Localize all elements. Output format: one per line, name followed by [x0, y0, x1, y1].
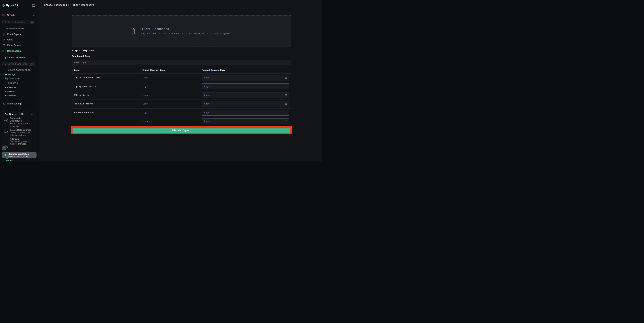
chevron-right-icon: [34, 154, 36, 156]
table-row: Log volume over timeLogsLogs: [72, 74, 291, 82]
row-name-cell: Log volume over time: [74, 74, 100, 82]
chevron-down-icon: [5, 83, 7, 84]
mapped-source-select[interactable]: Logs: [202, 110, 289, 116]
row-input-source-cell: Logs: [142, 108, 148, 117]
plus-icon: [4, 57, 6, 59]
hyperdx-logo-icon[interactable]: [2, 4, 5, 7]
mapped-source-value: Logs: [204, 111, 210, 114]
get-started-badge: 3/3: [20, 113, 24, 115]
sidebar-item-label: Alerts: [7, 38, 13, 41]
column-header-name: Name: [74, 69, 79, 72]
app-root: HyperDX Search Saved Se: [0, 0, 322, 162]
row-input-source-cell: Logs: [142, 74, 148, 82]
sidebar-item-team-settings[interactable]: Team Settings: [0, 101, 38, 106]
get-started-item-desc: Set up your database connection: [10, 122, 30, 127]
group-label: SAVED DASHBOARDS: [8, 69, 30, 71]
gear-icon: [2, 102, 5, 105]
selector-icon: [285, 85, 287, 88]
sidebar-item-label: Chart Explorer: [7, 33, 22, 36]
row-input-source-cell: Logs: [142, 91, 148, 100]
sidebar: HyperDX Search Saved Se: [0, 0, 39, 162]
row-input-source-cell: Logs: [142, 82, 148, 91]
main-area: Create Dashboard > Import Dashboard Impo…: [38, 0, 322, 162]
brand-title[interactable]: HyperDX: [6, 4, 18, 7]
create-dashboard-button[interactable]: Create Dashboard: [0, 56, 38, 60]
selector-icon: [285, 103, 287, 105]
kbd-shortcut: ⌘K: [30, 21, 34, 24]
table-row: SSH activityLogsLogs: [72, 91, 291, 100]
mapped-source-select[interactable]: Logs: [202, 92, 289, 98]
selector-icon: [285, 94, 287, 97]
selector-icon: [285, 120, 287, 123]
row-name-cell: Top systemd units: [74, 82, 96, 91]
preset-link-clickhouse[interactable]: ClickHouse: [5, 86, 16, 89]
mapped-source-select[interactable]: Logs: [202, 75, 289, 81]
sidebar-collapse-icon[interactable]: [32, 4, 35, 7]
selector-icon: [285, 77, 287, 79]
saved-dashboards-input[interactable]: Saved Dashboards ⌘K: [2, 62, 35, 66]
selector-icon: [285, 111, 287, 114]
get-started-item-title: Connect to ClickHouse: [10, 117, 22, 122]
finish-import-button[interactable]: Finish Import: [72, 128, 290, 133]
check-circle-icon: [4, 119, 8, 122]
user-name: dominic.tran@clic...: [8, 153, 32, 155]
search-icon: [4, 63, 6, 65]
table-row: LogsLogs: [72, 117, 291, 126]
avatar: D: [3, 153, 7, 157]
column-header-mapped-source: Mapped Source Name: [202, 69, 226, 72]
sidebar-item-label: Team Settings: [7, 102, 22, 105]
table-row: Top systemd unitsLogsLogs: [72, 82, 291, 91]
create-dashboard-label: Create Dashboard: [8, 56, 26, 59]
preset-link-services[interactable]: Services: [5, 90, 14, 93]
group-label: PRESETS: [8, 82, 18, 84]
mapped-source-value: Logs: [204, 77, 210, 79]
group-saved-dashboards[interactable]: SAVED DASHBOARDS: [0, 69, 38, 72]
chevron-up-icon: [33, 15, 35, 16]
chevron-up-icon[interactable]: [31, 114, 33, 115]
user-menu[interactable]: D dominic.tran@clic... dominic.tran@clic…: [2, 152, 36, 158]
dashboard-link-host-logs[interactable]: Host Logs: [5, 73, 15, 76]
sidebar-item-label: Client Sessions: [7, 44, 24, 47]
input-placeholder: Saved Dashboards: [8, 63, 30, 65]
get-started-item-title: Add Data: [10, 138, 20, 140]
input-placeholder: Saved Searches: [8, 21, 30, 24]
chevron-up-icon: [33, 50, 35, 52]
saved-searches-input[interactable]: Saved Searches ⌘K: [2, 20, 35, 24]
mapped-source-select[interactable]: Logs: [202, 118, 289, 124]
no-saved-searches-note: No saved searches: [6, 27, 24, 30]
sidebar-item-client-sessions[interactable]: Client Sessions: [0, 43, 38, 48]
get-started-title: Get Started: [4, 113, 17, 115]
mapped-source-value: Logs: [204, 85, 210, 88]
breadcrumb-create-dashboard[interactable]: Create Dashboard: [44, 4, 67, 7]
breadcrumb-separator: >: [68, 4, 70, 7]
chevron-down-icon: [5, 70, 7, 71]
congrats-line2: set up: [6, 159, 13, 162]
get-started-item-title: Create Data Sources: [10, 129, 31, 131]
sidebar-item-chart-explorer[interactable]: Chart Explorer: [0, 32, 38, 37]
mapped-source-select[interactable]: Logs: [202, 84, 289, 89]
group-presets[interactable]: PRESETS: [0, 82, 38, 85]
sidebar-item-alerts[interactable]: Alerts: [0, 37, 38, 42]
mapped-source-value: Logs: [204, 103, 210, 105]
dashboard-link-my-dashboard[interactable]: My Dashboard: [5, 77, 20, 80]
sidebar-item-search[interactable]: Search: [0, 13, 38, 18]
row-name-cell: Service restarts: [74, 108, 95, 117]
chart-line-icon: [2, 33, 5, 36]
laptop-icon: [2, 44, 5, 47]
get-started-item-desc: Configure where your data comes from: [10, 131, 30, 136]
mapping-table: Name Input Source Name Mapped Source Nam…: [72, 0, 291, 162]
mapped-source-value: Logs: [204, 94, 210, 97]
search-list-icon: [2, 14, 5, 17]
preset-link-kubernetes[interactable]: Kubernetes: [5, 94, 16, 97]
row-name-cell: Firewall blocks: [74, 100, 93, 108]
row-input-source-cell: Logs: [142, 117, 148, 126]
row-name-cell: SSH activity: [74, 91, 90, 100]
sidebar-item-dashboards[interactable]: Dashboards: [0, 48, 38, 54]
column-header-input-source: Input Source Name: [142, 69, 165, 72]
mapped-source-select[interactable]: Logs: [202, 101, 289, 107]
bell-icon: [2, 39, 5, 41]
table-row: Service restartsLogsLogs: [72, 108, 291, 117]
help-button[interactable]: ?: [2, 146, 6, 151]
table-row: Firewall blocksLogsLogs: [72, 100, 291, 108]
kbd-shortcut: ⌘K: [30, 63, 34, 66]
